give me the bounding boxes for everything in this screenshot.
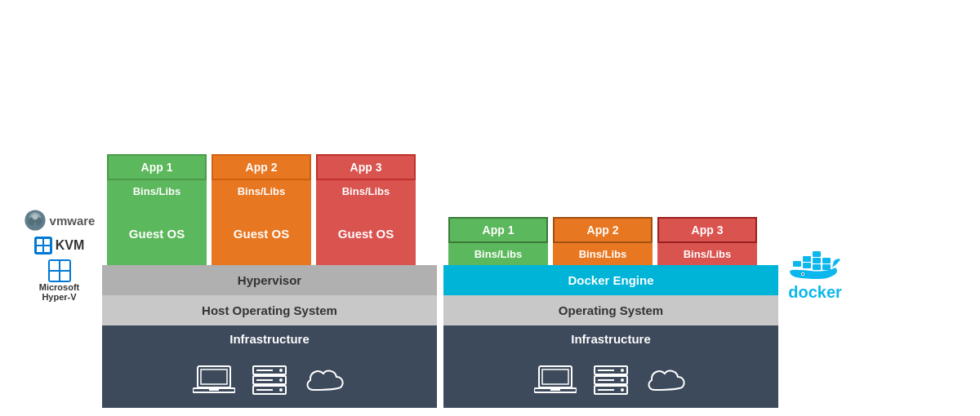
docker-os-layer: Operating System: [443, 295, 778, 325]
svg-rect-46: [813, 264, 821, 270]
svg-point-20: [279, 369, 283, 372]
docker-infra-icons: [443, 352, 778, 408]
svg-point-26: [279, 388, 283, 392]
vm-bins1: Bins/Libs: [107, 180, 207, 202]
svg-rect-13: [50, 272, 59, 281]
vm-guestos1: Guest OS: [107, 202, 207, 265]
vm-guestos2: Guest OS: [212, 202, 311, 265]
vm-diagram: App 1 Bins/Libs Guest OS App 2 Bins/Libs…: [102, 154, 437, 408]
svg-rect-9: [44, 246, 50, 252]
svg-rect-44: [813, 251, 821, 257]
docker-bins1: Bins/Libs: [448, 243, 548, 265]
svg-point-50: [802, 273, 804, 275]
svg-rect-14: [60, 272, 69, 281]
docker-app3: App 3: [657, 217, 757, 243]
docker-server-icon: [593, 365, 629, 396]
svg-rect-12: [60, 261, 69, 270]
svg-rect-42: [803, 256, 811, 262]
docker-app1: App 1: [448, 217, 548, 243]
vm-apps-row: App 1 Bins/Libs Guest OS App 2 Bins/Libs…: [102, 154, 437, 265]
docker-col-green: App 1 Bins/Libs: [448, 217, 548, 265]
host-os-layer: Host Operating System: [102, 295, 437, 325]
laptop-icon: [193, 365, 235, 396]
vm-col-red: App 3 Bins/Libs Guest OS: [316, 154, 416, 265]
vmware-icon: [24, 209, 47, 232]
vm-infra-label: Infrastructure: [102, 325, 437, 352]
svg-point-33: [621, 369, 624, 372]
svg-rect-8: [37, 246, 42, 252]
svg-point-39: [621, 388, 624, 392]
docker-col-orange: App 2 Bins/Libs: [553, 217, 653, 265]
docker-bins3: Bins/Libs: [657, 243, 757, 265]
svg-rect-27: [256, 389, 273, 391]
svg-point-23: [279, 378, 283, 382]
svg-point-4: [32, 214, 38, 219]
left-logos: vmware KVM Microsoft Hyper-V: [16, 209, 102, 408]
kvm-icon: [34, 237, 52, 254]
hypervisor-layer: Hypervisor: [102, 265, 437, 295]
svg-rect-7: [44, 239, 50, 245]
vm-app1: App 1: [107, 154, 207, 180]
svg-rect-11: [50, 261, 59, 270]
docker-app2: App 2: [553, 217, 653, 243]
vm-app3: App 3: [316, 154, 416, 180]
cloud-icon: [304, 365, 346, 395]
docker-cloud-icon: [645, 365, 688, 395]
svg-rect-47: [822, 258, 831, 263]
vm-guestos3: Guest OS: [316, 202, 416, 265]
svg-rect-34: [598, 370, 614, 371]
docker-label: docker: [788, 283, 842, 302]
docker-col-red: App 3 Bins/Libs: [657, 217, 757, 265]
docker-diagram: App 1 Bins/Libs App 2 Bins/Libs App 3 Bi…: [443, 217, 778, 408]
vm-infra-icons: [102, 352, 437, 408]
docker-bins2: Bins/Libs: [553, 243, 653, 265]
vm-col-green: App 1 Bins/Libs Guest OS: [107, 154, 207, 265]
docker-apps-row: App 1 Bins/Libs App 2 Bins/Libs App 3 Bi…: [443, 217, 778, 265]
vm-app2: App 2: [212, 154, 311, 180]
svg-rect-41: [793, 261, 801, 267]
vmware-logo: vmware: [24, 209, 96, 232]
svg-rect-6: [37, 239, 42, 245]
svg-rect-37: [598, 379, 614, 381]
svg-rect-18: [209, 388, 219, 391]
docker-laptop-icon: [534, 365, 577, 396]
hyperv-logo: Microsoft Hyper-V: [39, 259, 80, 302]
vmware-label: vmware: [50, 214, 96, 228]
server-icon: [252, 365, 287, 396]
svg-rect-29: [542, 370, 568, 384]
svg-rect-43: [803, 263, 811, 268]
hyperv-icon: [48, 259, 71, 282]
svg-rect-21: [256, 370, 273, 371]
docker-logo: docker: [778, 238, 852, 408]
kvm-logo: KVM: [34, 237, 85, 254]
svg-rect-48: [822, 264, 831, 270]
docker-infra-label: Infrastructure: [443, 325, 778, 352]
svg-rect-31: [550, 388, 560, 391]
main-container: vmware KVM Microsoft Hyper-V: [16, 8, 964, 408]
svg-rect-16: [201, 370, 227, 384]
kvm-label: KVM: [56, 238, 85, 253]
vm-col-orange: App 2 Bins/Libs Guest OS: [212, 154, 311, 265]
vm-bins3: Bins/Libs: [316, 180, 416, 202]
svg-rect-40: [598, 389, 614, 391]
docker-whale-icon: [786, 238, 844, 287]
docker-engine-layer: Docker Engine: [443, 265, 778, 295]
svg-rect-24: [256, 379, 273, 381]
vm-bins2: Bins/Libs: [212, 180, 311, 202]
svg-point-36: [621, 378, 624, 382]
hyperv-label-2: Hyper-V: [42, 292, 76, 302]
hyperv-label-1: Microsoft: [39, 282, 80, 292]
svg-rect-45: [813, 258, 821, 263]
